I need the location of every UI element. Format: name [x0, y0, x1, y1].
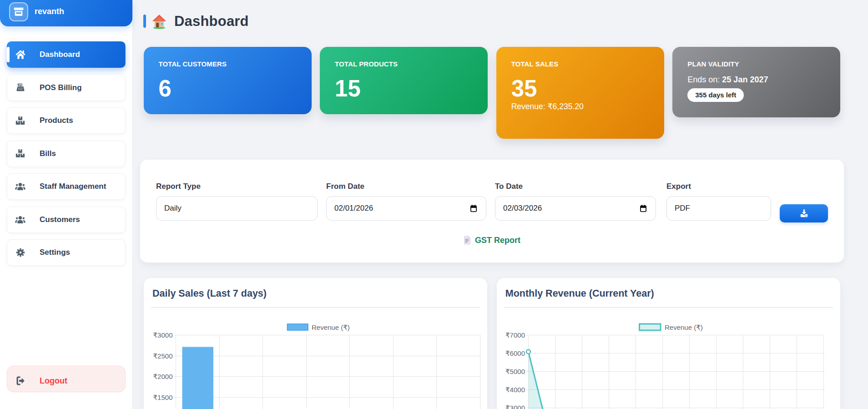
svg-text:Revenue (₹): Revenue (₹) — [665, 323, 703, 331]
svg-text:₹3000: ₹3000 — [505, 404, 525, 409]
svg-text:₹1500: ₹1500 — [153, 394, 173, 401]
svg-text:Revenue (₹): Revenue (₹) — [312, 323, 350, 331]
svg-text:₹7000: ₹7000 — [505, 331, 525, 339]
svg-text:₹2000: ₹2000 — [153, 373, 173, 380]
svg-text:₹2500: ₹2500 — [153, 352, 173, 360]
svg-text:₹5000: ₹5000 — [505, 368, 525, 375]
svg-text:₹6000: ₹6000 — [505, 349, 525, 357]
svg-text:₹3000: ₹3000 — [153, 331, 173, 339]
svg-text:₹4000: ₹4000 — [505, 386, 525, 394]
